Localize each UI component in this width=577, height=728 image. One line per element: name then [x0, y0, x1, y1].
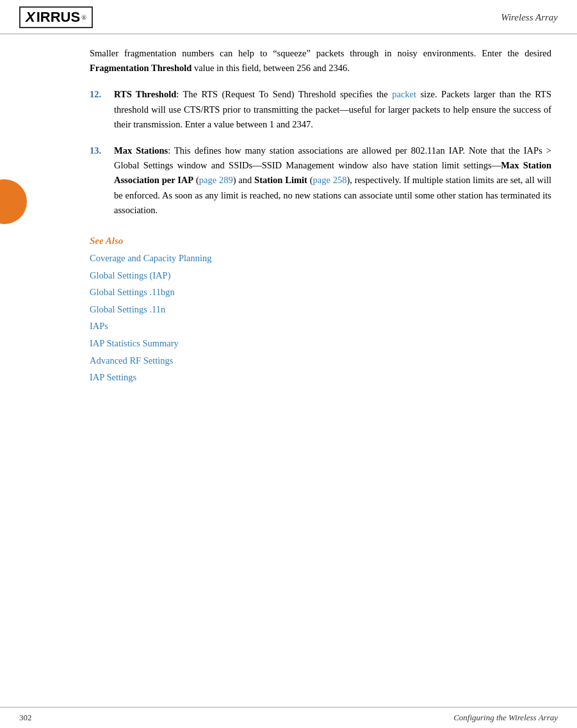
link-iap-settings[interactable]: IAP Settings	[90, 372, 136, 382]
link-advanced-rf-settings[interactable]: Advanced RF Settings	[90, 355, 174, 366]
list-item: Global Settings .11bgn	[90, 284, 551, 300]
list-item: IAPs	[90, 318, 551, 334]
list-item: Global Settings .11n	[90, 302, 551, 318]
list-item: Coverage and Capacity Planning	[90, 250, 551, 266]
footer-page-number: 302	[19, 713, 32, 723]
item-12-label: RTS Threshold	[114, 89, 176, 99]
see-also-links-list: Coverage and Capacity Planning Global Se…	[90, 250, 551, 385]
item-13-num: 13.	[90, 143, 114, 218]
list-item: Global Settings (IAP)	[90, 268, 551, 284]
logo-irrus-text: IRRUS	[37, 9, 80, 26]
page-footer: 302 Configuring the Wireless Array	[0, 707, 577, 728]
station-limit-bold: Station Limit	[254, 175, 307, 185]
main-content: Smaller fragmentation numbers can help t…	[0, 35, 577, 400]
link-coverage-capacity[interactable]: Coverage and Capacity Planning	[90, 253, 211, 263]
see-also-section: See Also Coverage and Capacity Planning …	[90, 236, 551, 385]
link-iaps[interactable]: IAPs	[90, 321, 108, 331]
item-12: 12. RTS Threshold: The RTS (Request To S…	[90, 87, 551, 132]
item-13-content: Max Stations: This defines how many stat…	[114, 143, 551, 218]
item-12-content: RTS Threshold: The RTS (Request To Send)…	[114, 87, 551, 132]
logo-box: X IRRUS ®	[19, 6, 93, 28]
packet-link[interactable]: packet	[392, 89, 416, 99]
item-12-num: 12.	[90, 87, 114, 132]
link-global-settings-11bgn[interactable]: Global Settings .11bgn	[90, 287, 175, 297]
page-258-link[interactable]: page 258	[313, 175, 347, 185]
logo-registered: ®	[81, 14, 86, 21]
logo: X IRRUS ®	[19, 6, 93, 28]
list-item: IAP Statistics Summary	[90, 336, 551, 352]
intro-paragraph: Smaller fragmentation numbers can help t…	[90, 46, 551, 76]
link-global-settings-11n[interactable]: Global Settings .11n	[90, 304, 165, 314]
item-13-label: Max Stations	[114, 145, 168, 156]
page-289-link[interactable]: page 289	[199, 175, 233, 185]
list-item: Advanced RF Settings	[90, 353, 551, 369]
link-iap-statistics-summary[interactable]: IAP Statistics Summary	[90, 338, 179, 348]
logo-x-letter: X	[26, 9, 35, 26]
list-item: IAP Settings	[90, 369, 551, 385]
fragmentation-threshold-bold: Fragmentation Threshold	[90, 63, 191, 73]
footer-chapter-title: Configuring the Wireless Array	[453, 713, 558, 723]
header-title: Wireless Array	[501, 12, 558, 23]
page-header: X IRRUS ® Wireless Array	[0, 0, 577, 35]
item-13: 13. Max Stations: This defines how many …	[90, 143, 551, 218]
link-global-settings-iap[interactable]: Global Settings (IAP)	[90, 270, 170, 280]
see-also-heading: See Also	[90, 236, 551, 247]
